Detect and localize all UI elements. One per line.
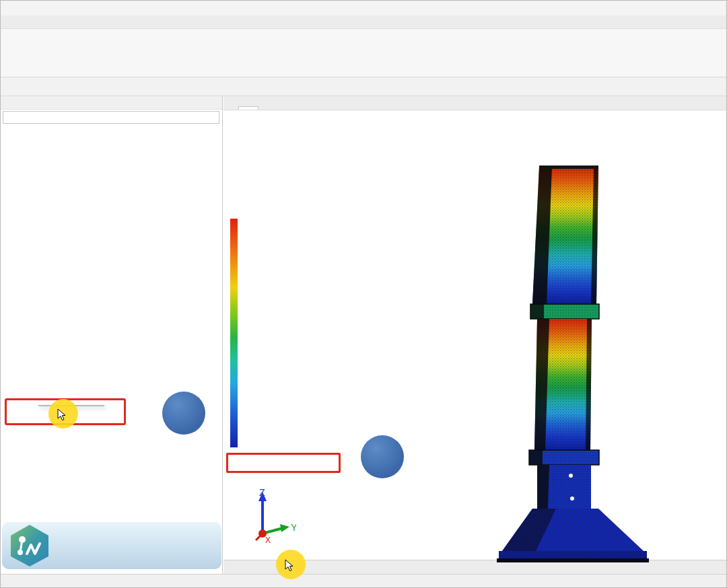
fem-model-column[interactable] [495,159,650,566]
quick-toolbar [1,77,727,96]
viewport[interactable]: Z Y X [223,96,727,574]
simulation-manager-panel [1,96,223,574]
ribbon-tab-strip [1,15,727,29]
callout-1 [162,392,205,435]
search-input[interactable] [3,111,219,124]
ribbon [1,29,727,77]
title-bar [1,1,727,15]
application-window: Z Y X [0,0,727,588]
status-bar [1,574,727,588]
panel-title [1,96,222,110]
solve-banner [2,522,221,569]
mouse-pointer-icon [57,408,67,421]
legend-colorbar [230,219,238,447]
axis-y-label: Y [291,522,296,533]
solver-logo-icon [9,523,50,568]
mouse-pointer-icon-2 [285,559,294,572]
annotation-box-buckling [226,453,341,473]
axis-x-label: X [265,536,271,545]
callout-2 [361,435,404,478]
axis-z-label: Z [259,487,265,498]
document-tab[interactable] [238,106,258,110]
axis-triad: Z Y X [242,486,296,547]
document-tab-bar [223,96,727,110]
